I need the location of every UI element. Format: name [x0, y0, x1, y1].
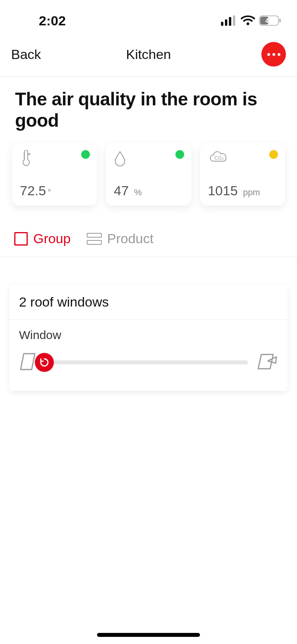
wifi-icon [241, 15, 255, 26]
battery-icon: 45 [259, 15, 281, 26]
svg-point-9 [29, 153, 30, 155]
metric-cards: 72.5° 47 % CO₂ 1015 ppm [0, 141, 297, 217]
panel-title[interactable]: 2 roof windows [10, 285, 287, 320]
status-right: 45 [221, 15, 281, 26]
view-tabs: Group Product [0, 217, 297, 257]
air-quality-headline: The air quality in the room is good [0, 76, 297, 141]
temperature-card[interactable]: 72.5° [12, 143, 97, 206]
window-closed-icon [19, 351, 36, 373]
window-slider-row [19, 351, 278, 373]
dots-icon [267, 53, 270, 56]
tab-product[interactable]: Product [87, 231, 154, 246]
co2-card[interactable]: CO₂ 1015 ppm [200, 143, 285, 206]
tab-label: Group [33, 231, 71, 246]
status-bar: 2:02 45 [0, 0, 297, 36]
svg-text:45: 45 [265, 17, 272, 24]
co2-icon: CO₂ [208, 150, 277, 167]
svg-rect-7 [279, 19, 281, 23]
home-indicator[interactable] [97, 633, 200, 637]
humidity-value: 47 % [114, 183, 183, 198]
status-time: 2:02 [39, 13, 66, 29]
windows-panel: 2 roof windows Window [10, 285, 287, 391]
svg-rect-3 [233, 15, 235, 26]
svg-rect-2 [229, 17, 231, 26]
svg-rect-0 [221, 22, 223, 26]
svg-text:CO₂: CO₂ [214, 155, 223, 161]
co2-value: 1015 ppm [208, 183, 277, 198]
humidity-card[interactable]: 47 % [106, 143, 191, 206]
refresh-icon [39, 357, 50, 368]
window-open-icon [256, 351, 278, 373]
temperature-value: 72.5° [20, 183, 89, 198]
status-dot [175, 150, 184, 159]
thermometer-icon [20, 150, 89, 167]
list-icon [87, 233, 102, 245]
window-item-label: Window [19, 328, 278, 342]
status-dot [269, 150, 278, 159]
window-slider[interactable] [44, 360, 248, 364]
square-icon [14, 232, 28, 246]
slider-thumb[interactable] [35, 353, 54, 372]
page-title: Kitchen [126, 47, 171, 62]
tab-group[interactable]: Group [14, 231, 71, 246]
more-button[interactable] [261, 42, 286, 67]
svg-rect-1 [225, 19, 227, 26]
tab-label: Product [107, 231, 154, 246]
back-button[interactable]: Back [11, 47, 41, 62]
droplet-icon [114, 150, 183, 167]
svg-point-4 [247, 23, 249, 25]
nav-bar: Back Kitchen [0, 36, 297, 76]
cellular-icon [221, 15, 237, 26]
